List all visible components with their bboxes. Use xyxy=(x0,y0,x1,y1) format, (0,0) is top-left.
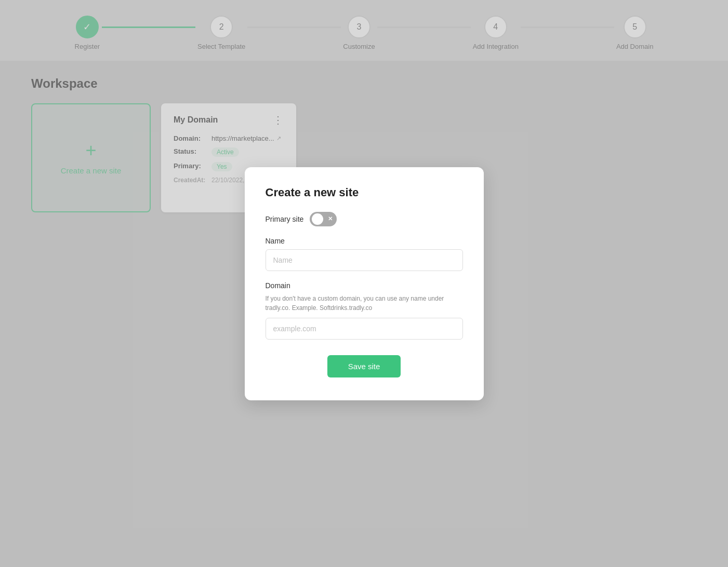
name-field-group: Name xyxy=(266,237,463,281)
modal-overlay: Create a new site Primary site ✕ Name Do… xyxy=(0,0,728,567)
toggle-x-icon: ✕ xyxy=(328,215,333,222)
primary-site-toggle[interactable]: ✕ xyxy=(310,212,337,226)
name-input[interactable] xyxy=(266,249,463,271)
create-site-modal: Create a new site Primary site ✕ Name Do… xyxy=(245,167,484,400)
save-site-button[interactable]: Save site xyxy=(327,355,401,377)
domain-field-label: Domain xyxy=(266,281,463,290)
modal-title: Create a new site xyxy=(266,186,463,199)
toggle-thumb xyxy=(312,213,323,225)
domain-input[interactable] xyxy=(266,318,463,340)
domain-field-group: Domain If you don't have a custom domain… xyxy=(266,281,463,350)
primary-site-row: Primary site ✕ xyxy=(266,212,463,226)
domain-hint-text: If you don't have a custom domain, you c… xyxy=(266,294,463,313)
primary-site-label: Primary site xyxy=(266,215,304,223)
name-field-label: Name xyxy=(266,237,463,245)
